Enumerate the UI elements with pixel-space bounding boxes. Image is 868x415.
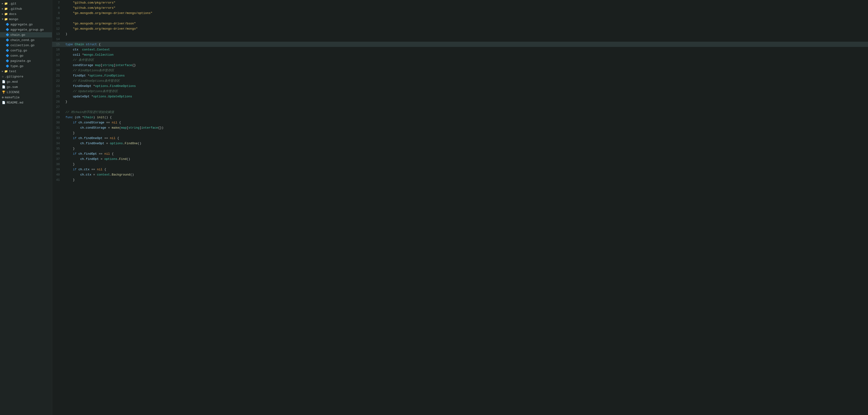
table-row: 37 ch.findOpt = options.Find(): [52, 156, 868, 162]
table-row: 14: [52, 36, 868, 42]
table-row: 18 // 条件暂存区: [52, 57, 868, 63]
folder-icon: 📁: [4, 12, 8, 16]
sidebar-item-go_sum[interactable]: 📄go.sum: [0, 84, 52, 90]
go-file-icon: 🔷: [6, 49, 9, 53]
sidebar-item-aggregate_group_go[interactable]: 🔷aggregate_group.go: [0, 27, 52, 32]
go-file-icon: 🔷: [6, 28, 9, 32]
line-number: 8: [52, 5, 64, 10]
md-file-icon: 📄: [2, 101, 5, 104]
line-number: 29: [52, 115, 64, 120]
line-content: [64, 36, 868, 42]
sidebar-item-config_go[interactable]: 🔷config.go: [0, 48, 52, 53]
sidebar-item-chain_go[interactable]: 🔷chain.go: [0, 32, 52, 37]
sidebar-item-label: type.go: [10, 64, 24, 68]
sidebar-item-makefile[interactable]: ⚙makefile: [0, 95, 52, 100]
line-number: 36: [52, 151, 64, 156]
line-number: 33: [52, 136, 64, 141]
sidebar-item-label: conn.go: [10, 54, 24, 58]
table-row: 9 "go.mongodb.org/mongo-driver/mongo/opt…: [52, 10, 868, 15]
sidebar-item-label: chain.go: [10, 33, 25, 37]
line-content: }: [64, 99, 868, 104]
line-content: updateOpt *options.UpdateOptions: [64, 94, 868, 99]
sidebar-item-aggregate_go[interactable]: 🔷aggregate.go: [0, 22, 52, 27]
line-content: ctx context.Context: [64, 47, 868, 52]
sidebar-item-mongo[interactable]: ▼📁mongo: [0, 16, 52, 22]
sidebar-item-docs[interactable]: ▶📁docs: [0, 11, 52, 16]
line-number: 26: [52, 99, 64, 104]
sidebar-item-readme_md[interactable]: 📄README.md: [0, 100, 52, 105]
sidebar-item-test[interactable]: ▶📁test: [0, 69, 52, 74]
line-content: }: [64, 146, 868, 151]
line-content: // 对chain的字段进行初始化赋值: [64, 109, 868, 115]
sidebar-item-type_go[interactable]: 🔷type.go: [0, 64, 52, 69]
line-number: 25: [52, 94, 64, 99]
sidebar-item-gitignore[interactable]: ◇.gitignore: [0, 74, 52, 79]
go-file-icon: 🔷: [6, 43, 9, 47]
sidebar-item-label: paginate.go: [10, 59, 31, 63]
arrow-icon: ▼: [2, 18, 3, 21]
line-number: 10: [52, 15, 64, 21]
line-content: if ch.findOneOpt == nil {: [64, 136, 868, 141]
table-row: 8 "github.com/pkg/errors": [52, 5, 868, 10]
table-row: 40 ch.ctx = context.Background(): [52, 172, 868, 177]
line-number: 37: [52, 156, 64, 162]
editor[interactable]: 7 "github.com/pkg/errors"8 "github.com/p…: [52, 0, 868, 415]
line-number: 22: [52, 78, 64, 83]
table-row: 30 if ch.condStorage == nil {: [52, 120, 868, 125]
sidebar-item-license[interactable]: 🏆LICENSE: [0, 90, 52, 95]
line-number: 34: [52, 141, 64, 146]
sidebar-item-chain_cond_go[interactable]: 🔷chain_cond.go: [0, 37, 52, 43]
sidebar-item-label: config.go: [10, 49, 27, 53]
sidebar-item-label: .github: [9, 7, 22, 11]
table-row: 34 ch.findOneOpt = options.FindOne(): [52, 141, 868, 146]
line-content: if ch.findOpt == nil {: [64, 151, 868, 156]
table-row: 15type Chain struct {: [52, 42, 868, 47]
line-content: ch.findOpt = options.Find(): [64, 156, 868, 162]
sidebar-item-git[interactable]: ▶📁.git: [0, 1, 52, 6]
arrow-icon: ▶: [2, 70, 3, 73]
sidebar-item-label: .gitignore: [5, 75, 23, 78]
line-number: 40: [52, 172, 64, 177]
sidebar-item-go_mod[interactable]: 📄go.mod: [0, 79, 52, 84]
table-row: 12 "go.mongodb.org/mongo-driver/mongo": [52, 26, 868, 31]
table-row: 10: [52, 15, 868, 21]
table-row: 39 if ch.ctx == nil {: [52, 167, 868, 172]
table-row: 19 condStorage map[string]interface{}: [52, 63, 868, 68]
sidebar-item-collection_go[interactable]: 🔷collection.go: [0, 43, 52, 48]
sum-file-icon: 📄: [2, 85, 5, 89]
line-content: func (ch *Chain) init() {: [64, 115, 868, 120]
line-number: 20: [52, 68, 64, 73]
line-number: 7: [52, 0, 64, 5]
sidebar-item-conn_go[interactable]: 🔷conn.go: [0, 53, 52, 58]
sidebar-item-label: collection.go: [10, 43, 34, 47]
sidebar-item-label: makefile: [5, 96, 20, 99]
line-number: 11: [52, 21, 64, 26]
table-row: 31 ch.condStorage = make(map[string]inte…: [52, 125, 868, 130]
folder-icon: 📁: [4, 18, 8, 21]
sidebar-item-github[interactable]: ▶📁.github: [0, 6, 52, 11]
arrow-icon: ▶: [2, 2, 3, 5]
table-row: 24 // UpdateOptions条件暂存区: [52, 89, 868, 94]
line-number: 39: [52, 167, 64, 172]
sidebar-item-paginate_go[interactable]: 🔷paginate.go: [0, 58, 52, 64]
table-row: 41 }: [52, 177, 868, 182]
table-row: 16 ctx context.Context: [52, 47, 868, 52]
line-number: 31: [52, 125, 64, 130]
go-file-icon: 🔷: [6, 54, 9, 58]
sidebar: ▶📁.git▶📁.github▶📁docs▼📁mongo🔷aggregate.g…: [0, 0, 52, 415]
folder-icon: 📁: [4, 70, 8, 73]
line-content: }: [64, 162, 868, 167]
line-number: 21: [52, 73, 64, 78]
line-content: // FindOptions条件暂存区: [64, 68, 868, 73]
line-content: // FindOneOptions条件暂存区: [64, 78, 868, 83]
line-content: if ch.ctx == nil {: [64, 167, 868, 172]
table-row: 7 "github.com/pkg/errors": [52, 0, 868, 5]
go-file-icon: 🔷: [6, 64, 9, 68]
table-row: 13): [52, 31, 868, 36]
table-row: 32 }: [52, 130, 868, 136]
line-number: 28: [52, 109, 64, 115]
table-row: 36 if ch.findOpt == nil {: [52, 151, 868, 156]
table-row: 17 coll *mongo.Collection: [52, 52, 868, 57]
table-row: 26}: [52, 99, 868, 104]
line-number: 30: [52, 120, 64, 125]
